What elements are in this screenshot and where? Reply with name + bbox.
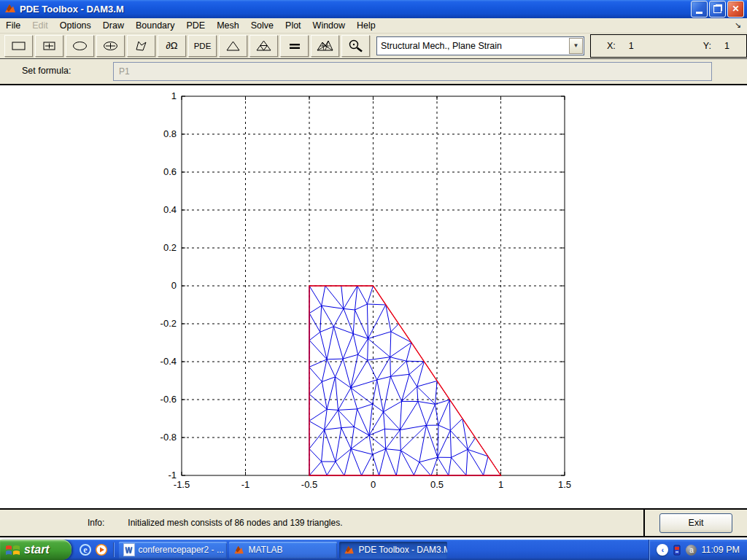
matlab-icon [344, 545, 355, 556]
taskbar-task-inactive[interactable]: Wconferencepaper2 - ... [119, 542, 227, 559]
menu-item-solve[interactable]: Solve [245, 19, 279, 32]
quick-launch: e [77, 542, 109, 558]
taskbar: start e Wconferencepaper2 - ...MATLABPDE… [0, 540, 747, 560]
word-icon: W [123, 543, 135, 556]
svg-text:e: e [83, 545, 88, 555]
application-mode-value: Structural Mech., Plane Strain [381, 41, 502, 51]
windows-flag-icon [5, 543, 20, 557]
draw-rectangle-button[interactable] [4, 35, 33, 57]
svg-text:-0.2: -0.2 [160, 318, 177, 329]
magnifier-icon [347, 39, 365, 53]
menu-item-mesh[interactable]: Mesh [211, 19, 245, 32]
close-icon: ✕ [732, 4, 739, 14]
draw-ellipse-button[interactable] [66, 35, 94, 57]
pde-mode-button[interactable]: PDE [188, 35, 217, 57]
exit-button-label: Exit [689, 518, 704, 528]
svg-text:-1: -1 [168, 470, 177, 481]
svg-text:0.8: 0.8 [163, 128, 177, 139]
ellipse-icon [71, 39, 89, 52]
tray-chevron-icon[interactable]: ‹ [657, 544, 668, 556]
menu-item-help[interactable]: Help [351, 19, 382, 32]
info-panel: Info: Initialized mesh consists of 86 no… [0, 510, 643, 536]
boundary-mode-button[interactable]: ∂Ω [158, 35, 186, 57]
svg-text:-1.5: -1.5 [174, 479, 190, 490]
svg-text:-0.4: -0.4 [160, 356, 177, 367]
svg-text:0.5: 0.5 [430, 479, 444, 490]
close-button[interactable]: ✕ [727, 1, 744, 18]
menu-item-boundary[interactable]: Boundary [130, 19, 181, 32]
draw-ellipse-centered-button[interactable] [96, 35, 125, 57]
coordinate-panel: X: 1 Y: 1 [590, 34, 747, 58]
taskbar-task-active[interactable]: PDE Toolbox - DAM3.M [339, 542, 447, 559]
svg-text:0.4: 0.4 [163, 204, 177, 215]
menu-item-pde[interactable]: PDE [180, 19, 211, 32]
refined-triangle-icon [255, 39, 273, 52]
x-coord-label: X: [607, 41, 616, 51]
rectangle-plus-icon [41, 39, 58, 52]
svg-text:-0.6: -0.6 [160, 394, 177, 405]
solve-button[interactable] [280, 35, 309, 57]
ellipse-plus-icon [102, 39, 120, 52]
svg-text:-1: -1 [241, 479, 250, 490]
exit-button[interactable]: Exit [659, 513, 732, 533]
svg-text:0: 0 [171, 280, 177, 291]
surface-plot-icon [316, 39, 335, 53]
zoom-button[interactable] [341, 35, 370, 57]
rectangle-icon [10, 39, 28, 52]
equals-icon [286, 39, 303, 52]
media-player-icon[interactable] [93, 542, 109, 558]
menu-item-file[interactable]: File [0, 19, 26, 32]
initialize-mesh-button[interactable] [219, 35, 247, 57]
task-label: MATLAB [249, 545, 283, 555]
refine-mesh-button[interactable] [249, 35, 278, 57]
system-tray: ‹ a 11:09 PM [649, 540, 747, 560]
minimize-button[interactable] [691, 1, 708, 18]
matlab-icon [233, 545, 245, 556]
plot-3d-button[interactable] [311, 35, 339, 57]
menu-item-edit[interactable]: Edit [26, 19, 54, 32]
status-bar: Info: Initialized mesh consists of 86 no… [0, 508, 747, 537]
tray-device-icon[interactable] [673, 545, 681, 556]
set-formula-row: Set formula: P1 [0, 59, 747, 85]
set-formula-field[interactable]: P1 [113, 62, 712, 81]
set-formula-value: P1 [119, 66, 130, 77]
svg-text:-0.8: -0.8 [160, 432, 177, 443]
svg-text:0: 0 [371, 479, 376, 490]
menu-item-draw[interactable]: Draw [97, 19, 130, 32]
internet-explorer-icon[interactable]: e [77, 542, 93, 558]
restore-button[interactable] [709, 1, 726, 18]
menu-overflow-arrow[interactable]: ↘ [735, 20, 747, 30]
menu-item-options[interactable]: Options [54, 19, 97, 32]
taskbar-task-inactive[interactable]: MATLAB [229, 542, 337, 559]
menu-items: FileEditOptionsDrawBoundaryPDEMeshSolveP… [0, 19, 382, 32]
tray-a-icon[interactable]: a [686, 545, 697, 556]
combo-dropdown-button[interactable]: ▼ [569, 38, 583, 54]
set-formula-label: Set formula: [22, 66, 71, 76]
y-coord-value: 1 [724, 41, 729, 51]
task-label: PDE Toolbox - DAM3.M [359, 545, 447, 555]
toolbar: ∂Ω PDE Structural Mech., [0, 34, 747, 59]
taskbar-clock: 11:09 PM [701, 545, 740, 555]
triangle-icon [225, 39, 242, 52]
menu-item-plot[interactable]: Plot [279, 19, 307, 32]
menu-item-window[interactable]: Window [307, 19, 351, 32]
draw-polygon-button[interactable] [127, 35, 155, 57]
plot-svg[interactable]: -1.5-1-0.500.511.5-1-0.8-0.6-0.4-0.200.2… [0, 85, 747, 510]
application-mode-select[interactable]: Structural Mech., Plane Strain ▼ [376, 36, 584, 55]
svg-text:1: 1 [171, 90, 177, 101]
start-button[interactable]: start [0, 540, 71, 560]
task-label: conferencepaper2 - ... [139, 545, 224, 555]
draw-rectangle-centered-button[interactable] [35, 35, 63, 57]
minimize-icon [696, 12, 703, 14]
info-label: Info: [88, 518, 104, 528]
boundary-mode-label: ∂Ω [166, 40, 177, 51]
svg-text:-0.5: -0.5 [301, 479, 317, 490]
taskbar-divider [113, 542, 114, 557]
chevron-down-icon: ▼ [573, 42, 579, 49]
svg-text:0.2: 0.2 [163, 242, 177, 253]
matlab-logo-icon [4, 3, 17, 15]
restore-icon [713, 5, 721, 13]
pde-mode-label: PDE [194, 42, 212, 50]
start-label: start [24, 543, 50, 556]
polygon-icon [133, 39, 150, 52]
